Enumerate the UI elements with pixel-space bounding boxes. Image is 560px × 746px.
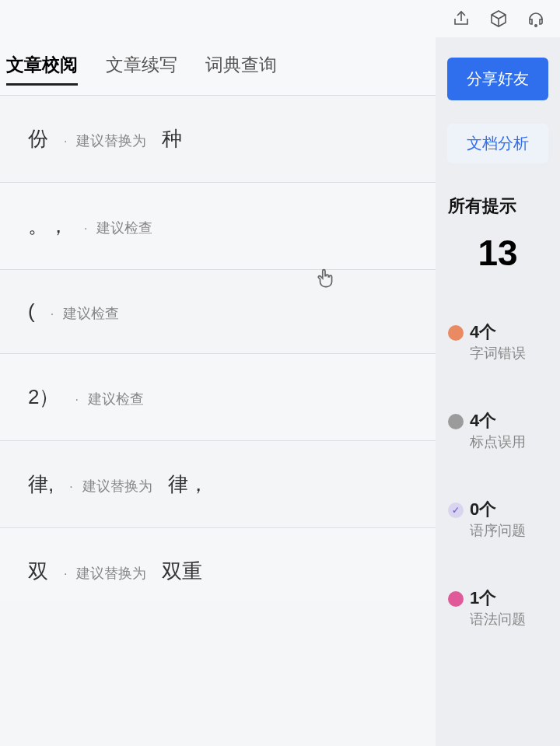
category-count: 4个 <box>470 409 526 433</box>
share-icon[interactable] <box>451 9 471 29</box>
share-friends-button[interactable]: 分享好友 <box>447 58 548 100</box>
original-text: ( <box>28 299 35 324</box>
category-item[interactable]: ✓ 0个 语序问题 <box>445 498 551 540</box>
original-text: 双 <box>28 558 48 585</box>
category-label: 标点误用 <box>470 433 526 451</box>
cube-icon[interactable] <box>488 9 509 29</box>
category-count: 4个 <box>470 320 526 344</box>
replacement-text: 律， <box>168 471 208 498</box>
document-analyze-button[interactable]: 文档分析 <box>447 124 548 163</box>
category-item[interactable]: 1个 语法问题 <box>445 587 551 629</box>
category-count: 1个 <box>470 587 526 610</box>
hint-text: 建议替换为 <box>76 564 146 583</box>
main-area: 文章校阅 文章续写 词典查询 份 · 建议替换为 种 。， · 建议检查 ( ·… <box>0 37 560 746</box>
suggestion-row[interactable]: 份 · 建议替换为 种 <box>0 96 436 183</box>
suggestion-row[interactable]: 律, · 建议替换为 律， <box>0 441 436 528</box>
svg-point-0 <box>535 25 537 26</box>
original-text: 份 <box>28 125 48 152</box>
original-text: 2） <box>28 384 59 411</box>
suggestion-row[interactable]: 。， · 建议检查 <box>0 183 436 270</box>
all-hints-title: 所有提示 <box>445 194 516 218</box>
hint-text: 建议检查 <box>96 219 152 237</box>
category-item[interactable]: 4个 标点误用 <box>445 409 551 451</box>
hint-text: 建议检查 <box>63 304 119 323</box>
headset-icon[interactable] <box>526 9 546 29</box>
suggestion-row[interactable]: 2） · 建议检查 <box>0 354 436 441</box>
hint-text: 建议替换为 <box>82 477 152 496</box>
suggestion-row[interactable]: ( · 建议检查 <box>0 270 436 354</box>
hint-text: 建议检查 <box>88 390 144 408</box>
top-toolbar <box>0 0 560 37</box>
category-label: 字词错误 <box>470 344 526 362</box>
original-text: 律, <box>28 471 54 498</box>
right-sidebar: 分享好友 文档分析 所有提示 13 4个 字词错误 4个 标点误用 ✓ <box>436 37 560 746</box>
check-icon: ✓ <box>448 503 464 518</box>
category-label: 语法问题 <box>470 610 526 629</box>
replacement-text: 双重 <box>162 558 202 585</box>
dot-icon <box>448 414 464 429</box>
tab-continue[interactable]: 文章续写 <box>106 53 177 86</box>
category-count: 0个 <box>470 498 526 521</box>
original-text: 。， <box>28 212 68 240</box>
hint-text: 建议替换为 <box>76 131 146 150</box>
tab-dictionary[interactable]: 词典查询 <box>205 53 277 86</box>
tab-bar: 文章校阅 文章续写 词典查询 <box>0 37 436 96</box>
left-panel: 文章校阅 文章续写 词典查询 份 · 建议替换为 种 。， · 建议检查 ( ·… <box>0 37 436 746</box>
category-label: 语序问题 <box>470 521 526 540</box>
category-list: 4个 字词错误 4个 标点误用 ✓ 0个 语序问题 <box>445 320 551 629</box>
tab-proofread[interactable]: 文章校阅 <box>6 53 78 86</box>
suggestion-list: 份 · 建议替换为 种 。， · 建议检查 ( · 建议检查 2） · 建议检查 <box>0 96 436 601</box>
replacement-text: 种 <box>162 125 182 152</box>
category-item[interactable]: 4个 字词错误 <box>445 320 551 362</box>
dot-icon <box>448 591 464 607</box>
total-count: 13 <box>478 232 517 274</box>
dot-icon <box>448 325 464 341</box>
suggestion-row[interactable]: 双 · 建议替换为 双重 <box>0 528 436 601</box>
